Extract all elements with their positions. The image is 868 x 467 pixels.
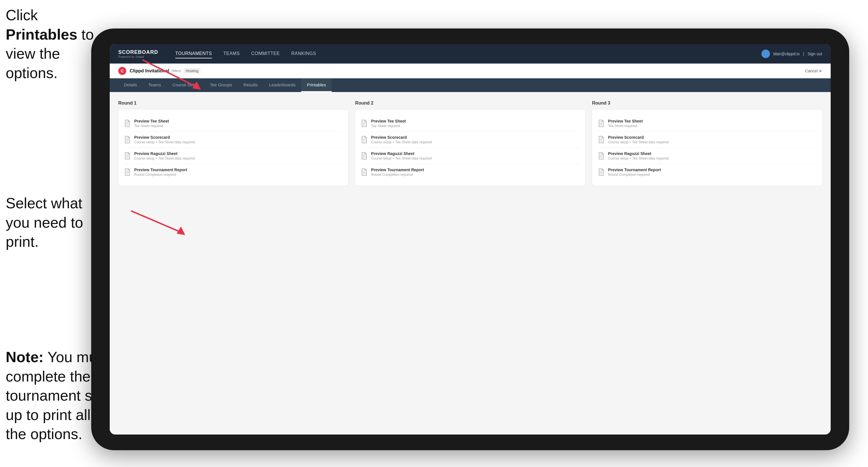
- brand-subtitle: Powered by clippd: [118, 55, 158, 58]
- print-item-3-3[interactable]: Preview Raguzzi SheetCourse setup + Tee …: [598, 148, 816, 164]
- print-item-1-1[interactable]: Preview Tee SheetTee Sheet required: [124, 115, 343, 132]
- item-sub-3-4: Round Completion required: [608, 173, 661, 177]
- print-item-text-3-1: Preview Tee SheetTee Sheet required: [608, 119, 643, 128]
- instruction-top: Click Printables to view the options.: [6, 6, 97, 83]
- item-sub-1-1: Tee Sheet required: [134, 124, 169, 128]
- cancel-icon: ✕: [819, 69, 822, 73]
- item-sub-1-2: Course setup + Tee Sheet data required: [134, 140, 195, 144]
- print-item-1-4[interactable]: Preview Tournament ReportRound Completio…: [124, 164, 343, 180]
- tab-details[interactable]: Details: [118, 79, 143, 92]
- print-item-text-1-2: Preview ScorecardCourse setup + Tee Shee…: [134, 135, 195, 144]
- brand: SCOREBOARD Powered by clippd: [118, 49, 158, 58]
- nav-committee[interactable]: COMMITTEE: [251, 49, 280, 58]
- tablet-frame: SCOREBOARD Powered by clippd TOURNAMENTS…: [91, 29, 849, 450]
- print-item-text-3-2: Preview ScorecardCourse setup + Tee Shee…: [608, 135, 669, 144]
- item-title-1-4: Preview Tournament Report: [134, 167, 187, 172]
- round-col-2: Round 2 Preview Tee SheetTee Sheet requi…: [355, 101, 585, 186]
- nav-teams[interactable]: TEAMS: [223, 49, 240, 58]
- item-title-3-1: Preview Tee Sheet: [608, 119, 643, 123]
- print-item-2-3[interactable]: Preview Raguzzi SheetCourse setup + Tee …: [361, 148, 579, 164]
- print-item-3-2[interactable]: Preview ScorecardCourse setup + Tee Shee…: [598, 132, 816, 148]
- document-icon: [598, 136, 605, 144]
- rounds-grid: Round 1 Preview Tee SheetTee Sheet requi…: [118, 101, 822, 186]
- printables-bold: Printables: [6, 26, 77, 43]
- document-icon: [124, 168, 131, 176]
- round-col-3: Round 3 Preview Tee SheetTee Sheet requi…: [592, 101, 822, 186]
- tournament-logo: C: [118, 67, 126, 75]
- document-icon: [361, 168, 368, 176]
- nav-rankings[interactable]: RANKINGS: [291, 49, 316, 58]
- item-title-2-3: Preview Raguzzi Sheet: [371, 151, 432, 156]
- item-title-1-2: Preview Scorecard: [134, 135, 195, 139]
- tab-printables[interactable]: Printables: [301, 79, 332, 92]
- document-icon: [124, 119, 131, 127]
- hosting-badge: Hosting: [184, 68, 200, 73]
- item-title-2-2: Preview Scorecard: [371, 135, 432, 139]
- round-card-1: Preview Tee SheetTee Sheet required Prev…: [118, 110, 348, 186]
- round-title-3: Round 3: [592, 101, 822, 106]
- tournament-name: Clippd Invitational: [130, 68, 169, 73]
- nav-tournaments[interactable]: TOURNAMENTS: [175, 49, 212, 58]
- document-icon: [361, 152, 368, 160]
- round-col-1: Round 1 Preview Tee SheetTee Sheet requi…: [118, 101, 348, 186]
- print-item-1-2[interactable]: Preview ScorecardCourse setup + Tee Shee…: [124, 132, 343, 148]
- item-sub-1-4: Round Completion required: [134, 173, 187, 177]
- round-title-2: Round 2: [355, 101, 585, 106]
- tab-results[interactable]: Results: [238, 79, 263, 92]
- item-sub-2-1: Tee Sheet required: [371, 124, 406, 128]
- tournament-bar: C Clippd Invitational (Men) Hosting Canc…: [110, 64, 831, 79]
- tab-teams[interactable]: Teams: [143, 79, 167, 92]
- user-avatar: [762, 50, 770, 58]
- item-title-2-1: Preview Tee Sheet: [371, 119, 406, 123]
- item-title-1-1: Preview Tee Sheet: [134, 119, 169, 123]
- item-sub-2-3: Course setup + Tee Sheet data required: [371, 156, 432, 160]
- sign-out-link[interactable]: Sign out: [808, 52, 822, 56]
- item-title-1-3: Preview Raguzzi Sheet: [134, 151, 195, 156]
- tablet-screen: SCOREBOARD Powered by clippd TOURNAMENTS…: [110, 44, 831, 435]
- print-item-text-2-2: Preview ScorecardCourse setup + Tee Shee…: [371, 135, 432, 144]
- cancel-label: Cancel: [805, 69, 817, 73]
- app-navbar: SCOREBOARD Powered by clippd TOURNAMENTS…: [110, 44, 831, 64]
- document-icon: [598, 168, 605, 176]
- document-icon: [124, 152, 131, 160]
- print-item-text-2-3: Preview Raguzzi SheetCourse setup + Tee …: [371, 151, 432, 160]
- main-content: Round 1 Preview Tee SheetTee Sheet requi…: [110, 92, 831, 435]
- document-icon: [124, 136, 131, 144]
- item-sub-2-4: Round Completion required: [371, 173, 424, 177]
- item-sub-3-1: Tee Sheet required: [608, 124, 643, 128]
- item-title-3-3: Preview Raguzzi Sheet: [608, 151, 669, 156]
- nav-separator: |: [803, 52, 804, 56]
- print-item-2-2[interactable]: Preview ScorecardCourse setup + Tee Shee…: [361, 132, 579, 148]
- print-item-text-1-1: Preview Tee SheetTee Sheet required: [134, 119, 169, 128]
- gender-badge: (Men): [172, 69, 181, 73]
- print-item-text-1-4: Preview Tournament ReportRound Completio…: [134, 167, 187, 177]
- round-card-2: Preview Tee SheetTee Sheet required Prev…: [355, 110, 585, 186]
- user-email: blair@clippd.io: [773, 52, 800, 56]
- print-item-3-4[interactable]: Preview Tournament ReportRound Completio…: [598, 164, 816, 180]
- print-item-text-3-4: Preview Tournament ReportRound Completio…: [608, 167, 661, 177]
- tab-leaderboards[interactable]: Leaderboards: [263, 79, 301, 92]
- item-title-2-4: Preview Tournament Report: [371, 167, 424, 172]
- item-sub-1-3: Course setup + Tee Sheet data required: [134, 156, 195, 160]
- print-item-3-1[interactable]: Preview Tee SheetTee Sheet required: [598, 115, 816, 132]
- document-icon: [598, 152, 605, 160]
- tab-tee-groups[interactable]: Tee Groups: [204, 79, 238, 92]
- brand-title: SCOREBOARD: [118, 49, 158, 55]
- print-item-text-2-1: Preview Tee SheetTee Sheet required: [371, 119, 406, 128]
- print-item-2-4[interactable]: Preview Tournament ReportRound Completio…: [361, 164, 579, 180]
- document-icon: [361, 119, 368, 127]
- item-title-3-4: Preview Tournament Report: [608, 167, 661, 172]
- instruction-mid: Select what you need to print.: [6, 194, 102, 252]
- print-item-text-1-3: Preview Raguzzi SheetCourse setup + Tee …: [134, 151, 195, 160]
- tab-course-setup[interactable]: Course Setup: [167, 79, 204, 92]
- item-title-3-2: Preview Scorecard: [608, 135, 669, 139]
- print-item-1-3[interactable]: Preview Raguzzi SheetCourse setup + Tee …: [124, 148, 343, 164]
- print-item-text-3-3: Preview Raguzzi SheetCourse setup + Tee …: [608, 151, 669, 160]
- user-info: blair@clippd.io | Sign out: [762, 50, 822, 58]
- cancel-button[interactable]: Cancel ✕: [805, 69, 822, 73]
- print-item-2-1[interactable]: Preview Tee SheetTee Sheet required: [361, 115, 579, 132]
- note-bold: Note:: [6, 349, 43, 365]
- item-sub-3-2: Course setup + Tee Sheet data required: [608, 140, 669, 144]
- sub-tabs: Details Teams Course Setup Tee Groups Re…: [110, 79, 831, 92]
- item-sub-3-3: Course setup + Tee Sheet data required: [608, 156, 669, 160]
